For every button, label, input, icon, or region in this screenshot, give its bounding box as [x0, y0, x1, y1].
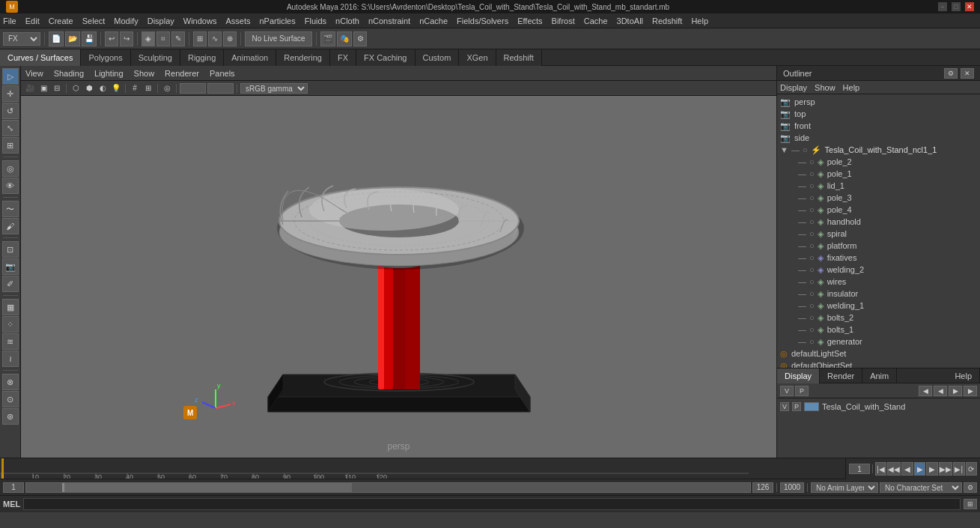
outliner-item-welding-2[interactable]: — ○ ◈ welding_2 — [777, 264, 980, 276]
loop-button[interactable]: ⟳ — [966, 462, 978, 476]
menu-item-modify[interactable]: Modify — [114, 16, 138, 25]
outliner-item-pole-1[interactable]: — ○ ◈ pole_1 — [777, 168, 980, 180]
misc-tool-3[interactable]: ⊛ — [2, 408, 19, 425]
curve-tool[interactable]: 〜 — [2, 201, 19, 217]
workspace-selector[interactable]: FX — [3, 32, 40, 46]
layer-p-button[interactable]: P — [795, 386, 809, 396]
render-button[interactable]: 🎬 — [320, 31, 335, 46]
gamma-selector[interactable]: sRGB gamma — [240, 83, 308, 94]
outliner-item-defaultobjectset[interactable]: ◎ defaultObjectSet — [777, 359, 980, 368]
render-settings-button[interactable]: ⚙ — [353, 31, 367, 46]
outliner-item-generator[interactable]: — ○ ◈ generator — [777, 336, 980, 348]
show-hide-tool[interactable]: 👁 — [2, 177, 19, 194]
menu-item-ncache[interactable]: nCache — [419, 16, 448, 25]
layer-v-button[interactable]: V — [780, 386, 794, 396]
grid-icon[interactable]: # — [129, 82, 141, 94]
layer-tab-display[interactable]: Display — [777, 368, 820, 383]
menu-item-windows[interactable]: Windows — [183, 16, 217, 25]
outliner-item-top[interactable]: 📷 top — [777, 108, 980, 120]
menu-item-help[interactable]: Help — [691, 16, 708, 25]
camera-tool[interactable]: 📷 — [2, 258, 19, 275]
outliner-close[interactable]: ✕ — [961, 68, 974, 79]
outliner-item-fixatives[interactable]: — ○ ◈ fixatives — [777, 252, 980, 264]
maximize-button[interactable]: □ — [952, 2, 961, 11]
no-live-surface-button[interactable]: No Live Surface — [245, 31, 312, 46]
current-frame-input[interactable] — [849, 464, 870, 474]
outliner-item-persp[interactable]: 📷 persp — [777, 96, 980, 108]
menu-item-nconstraint[interactable]: nConstraint — [368, 16, 410, 25]
particles-tool[interactable]: ⁘ — [2, 316, 19, 333]
snap-curve[interactable]: ∿ — [208, 31, 222, 46]
undo-button[interactable]: ↩ — [105, 31, 118, 46]
outliner-menu-show[interactable]: Show — [815, 83, 836, 92]
script-editor-button[interactable]: ⊞ — [964, 499, 977, 509]
light-icon[interactable]: 💡 — [110, 82, 122, 94]
menu-item-edit[interactable]: Edit — [25, 16, 40, 25]
layer-add[interactable]: ◀ — [919, 386, 932, 396]
frame-start-input[interactable] — [3, 482, 24, 493]
menu-item-assets[interactable]: Assets — [225, 16, 250, 25]
prev-frame-button[interactable]: ◀ — [901, 462, 913, 476]
viewport-menu-panels[interactable]: Panels — [210, 69, 235, 78]
outliner-menu-display[interactable]: Display — [780, 83, 807, 92]
outliner-item-wires[interactable]: — ○ ◈ wires — [777, 276, 980, 288]
isolate-icon[interactable]: ◎ — [161, 82, 173, 94]
menu-item-file[interactable]: File — [3, 16, 16, 25]
outliner-item-side[interactable]: 📷 side — [777, 132, 980, 144]
outliner-item-lid-1[interactable]: — ○ ◈ lid_1 — [777, 180, 980, 192]
outliner-item-front[interactable]: 📷 front — [777, 120, 980, 132]
layer-color[interactable] — [804, 402, 819, 411]
outliner-item-pole-2[interactable]: — ○ ◈ pole_2 — [777, 156, 980, 168]
paint-tool[interactable]: 🖌 — [2, 218, 19, 234]
viewport-menu-lighting[interactable]: Lighting — [94, 69, 124, 78]
mode-tab-custom[interactable]: Custom — [416, 49, 460, 66]
select-tool[interactable]: ◈ — [141, 31, 155, 46]
universal-tool[interactable]: ⊞ — [2, 137, 19, 154]
material-icon[interactable]: ◐ — [97, 82, 109, 94]
outliner-item-bolts-1[interactable]: — ○ ◈ bolts_1 — [777, 324, 980, 336]
viewport-menu-show[interactable]: Show — [134, 69, 155, 78]
menu-item-select[interactable]: Select — [82, 16, 106, 25]
menu-item-create[interactable]: Create — [49, 16, 73, 25]
next-key-button[interactable]: ▶▶ — [939, 462, 952, 476]
mode-tab-sculpting[interactable]: Sculpting — [131, 49, 180, 66]
menu-item-fluids[interactable]: Fluids — [305, 16, 326, 25]
outliner-item-insulator[interactable]: — ○ ◈ insulator — [777, 288, 980, 300]
mode-tab-rendering[interactable]: Rendering — [276, 49, 330, 66]
redo-button[interactable]: ↪ — [120, 31, 133, 46]
mode-tab-animation[interactable]: Animation — [224, 49, 276, 66]
menu-item-cache[interactable]: Cache — [584, 16, 608, 25]
outliner-item-welding-1[interactable]: — ○ ◈ welding_1 — [777, 300, 980, 312]
snap-to-grid[interactable]: ⊡ — [2, 241, 19, 258]
anim-layer-selector[interactable]: No Anim Layer — [811, 482, 878, 493]
prev-key-button[interactable]: ◀◀ — [887, 462, 901, 476]
layer-nav4[interactable]: ▶ — [964, 386, 977, 396]
outliner-item-defaultlightset[interactable]: ◎ defaultLightSet — [777, 348, 980, 359]
outliner-item-spiral[interactable]: — ○ ◈ spiral — [777, 228, 980, 240]
outliner-item-bolts-2[interactable]: — ○ ◈ bolts_2 — [777, 312, 980, 324]
coord-x-input[interactable]: 0.00 — [180, 83, 206, 94]
close-button[interactable]: ✕ — [965, 2, 974, 11]
lasso-tool[interactable]: ⌗ — [156, 31, 170, 46]
menu-item-redshift[interactable]: Redshift — [652, 16, 682, 25]
hair-tool[interactable]: ≀ — [2, 351, 19, 367]
menu-item-effects[interactable]: Effects — [517, 16, 542, 25]
smooth-icon[interactable]: ⬢ — [83, 82, 95, 94]
next-frame-button[interactable]: ▶ — [926, 462, 938, 476]
coord-y-input[interactable]: 1.00 — [207, 83, 234, 94]
misc-tool-2[interactable]: ⊙ — [2, 391, 19, 407]
menu-item-display[interactable]: Display — [147, 16, 174, 25]
timeline-ruler[interactable]: 1 10 20 30 40 50 60 70 — [0, 458, 845, 479]
camera-icon[interactable]: 🎥 — [24, 82, 36, 94]
mode-tab-fx-caching[interactable]: FX Caching — [356, 49, 415, 66]
mel-input[interactable] — [23, 498, 961, 510]
snap-grid[interactable]: ⊞ — [193, 31, 207, 46]
layer-nav3[interactable]: ▶ — [949, 386, 962, 396]
viewport-menu-renderer[interactable]: Renderer — [165, 69, 199, 78]
mode-tab-fx[interactable]: FX — [330, 49, 356, 66]
menu-item-3dtoall[interactable]: 3DtoAll — [617, 16, 643, 25]
anim-settings-button[interactable]: ⚙ — [964, 482, 977, 493]
hud-icon[interactable]: ⊞ — [142, 82, 154, 94]
layer-nav2[interactable]: ◀ — [934, 386, 947, 396]
menu-item-ncloth[interactable]: nCloth — [335, 16, 359, 25]
